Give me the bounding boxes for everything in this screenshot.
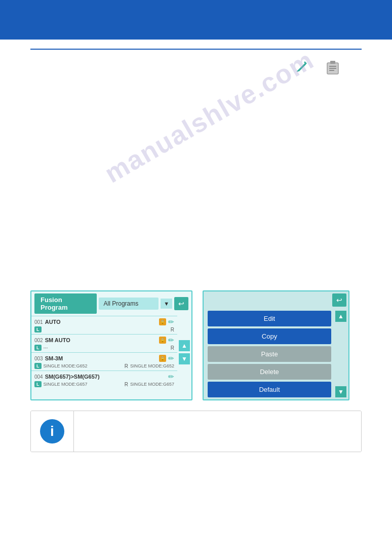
row-name-001: AUTO — [45, 319, 157, 325]
fusion-scroll-down-button[interactable]: ▼ — [179, 353, 190, 364]
section-divider — [30, 49, 362, 50]
row-name-004: SM(G657)>SM(G657) — [45, 374, 166, 380]
svg-rect-1 — [330, 61, 335, 64]
row-num-004: 004 — [34, 374, 43, 380]
context-menu-edit[interactable]: Edit — [208, 311, 331, 326]
fusion-all-programs-label: All Programs — [99, 298, 159, 310]
fusion-scroll-up-button[interactable]: ▲ — [179, 340, 190, 351]
detail-right-003: SINGLE MODE:G652 — [130, 363, 174, 368]
context-scroll-down-button[interactable]: ▼ — [335, 386, 346, 397]
info-box: i — [30, 411, 362, 452]
fusion-row-001[interactable]: 001 AUTO 🔒 ✏ L R — [31, 316, 177, 334]
pencil-icon-001[interactable]: ✏ — [168, 318, 174, 326]
pencil-icon-004[interactable]: ✏ — [168, 373, 174, 381]
context-scroll-up-button[interactable]: ▲ — [335, 311, 346, 322]
context-scroll-col: ▲ ▼ — [335, 309, 348, 399]
fusion-panel: Fusion Program All Programs ▼ ↩ 001 AUTO… — [30, 290, 192, 400]
fusion-back-button[interactable]: ↩ — [174, 297, 188, 310]
badge-L-002: L — [34, 345, 42, 351]
badge-L-004: L — [34, 381, 42, 387]
detail-left-002: --- — [44, 345, 48, 350]
row-name-002: SM AUTO — [45, 337, 157, 343]
info-icon-cell: i — [31, 411, 74, 452]
lock-icon-003: 🔒 — [159, 355, 166, 362]
context-menu-panel: ↩ Edit Copy Paste Delete Default ▲ ▼ — [203, 290, 349, 400]
detail-left-004: SINGLE MODE:G657 — [44, 382, 88, 387]
fusion-title: Fusion Program — [34, 293, 97, 314]
badge-R-001: R — [171, 327, 174, 333]
fusion-row-003[interactable]: 003 SM-3M 🔒 ✏ L SINGLE MODE:G652 R SINGL… — [31, 352, 177, 371]
fusion-row-002[interactable]: 002 SM AUTO 🔒 ✏ L --- R — [31, 334, 177, 352]
row-num-001: 001 — [34, 319, 43, 325]
context-menu-paste[interactable]: Paste — [208, 346, 331, 362]
fusion-nav-col: ▲ ▼ — [177, 316, 191, 389]
clipboard-icon[interactable] — [324, 59, 341, 78]
pencil-icon-002[interactable]: ✏ — [168, 336, 174, 344]
lock-icon-001: 🔒 — [159, 318, 166, 325]
badge-R-002: R — [171, 345, 174, 351]
lock-icon-002: 🔒 — [159, 337, 166, 344]
row-num-002: 002 — [34, 338, 43, 343]
context-menu-delete[interactable]: Delete — [208, 364, 331, 380]
row-name-003: SM-3M — [45, 355, 157, 361]
badge-L-001: L — [34, 326, 42, 333]
fusion-list: 001 AUTO 🔒 ✏ L R — [31, 316, 177, 389]
fusion-row-004[interactable]: 004 SM(G657)>SM(G657) ✏ L SINGLE MODE:G6… — [31, 371, 177, 389]
context-menu-header: ↩ — [204, 291, 348, 309]
fusion-body: 001 AUTO 🔒 ✏ L R — [31, 316, 191, 389]
detail-right-004: SINGLE MODE:G657 — [130, 382, 174, 387]
badge-R-004: R — [125, 382, 128, 387]
context-back-button[interactable]: ↩ — [332, 293, 346, 307]
context-menu-copy[interactable]: Copy — [208, 328, 331, 344]
screenshots-row: Fusion Program All Programs ▼ ↩ 001 AUTO… — [30, 290, 362, 400]
info-text — [74, 411, 361, 452]
pencil-icon-003[interactable]: ✏ — [168, 354, 174, 362]
fusion-panel-header: Fusion Program All Programs ▼ ↩ — [31, 291, 191, 316]
context-menu-default[interactable]: Default — [208, 382, 331, 397]
svg-rect-3 — [329, 68, 336, 69]
context-menu-list: Edit Copy Paste Delete Default — [204, 309, 335, 399]
row-num-003: 003 — [34, 356, 43, 361]
info-icon: i — [40, 419, 64, 444]
header-banner — [0, 0, 392, 40]
edit-pencil-icon[interactable] — [295, 60, 309, 76]
badge-L-003: L — [34, 363, 42, 369]
detail-left-003: SINGLE MODE:G652 — [44, 363, 88, 368]
context-menu-row: Edit Copy Paste Delete Default ▲ ▼ — [204, 309, 348, 399]
fusion-dropdown-button[interactable]: ▼ — [161, 299, 172, 309]
svg-rect-4 — [329, 70, 334, 71]
badge-R-003: R — [125, 363, 128, 369]
icons-row — [30, 59, 362, 78]
svg-rect-2 — [329, 66, 336, 67]
